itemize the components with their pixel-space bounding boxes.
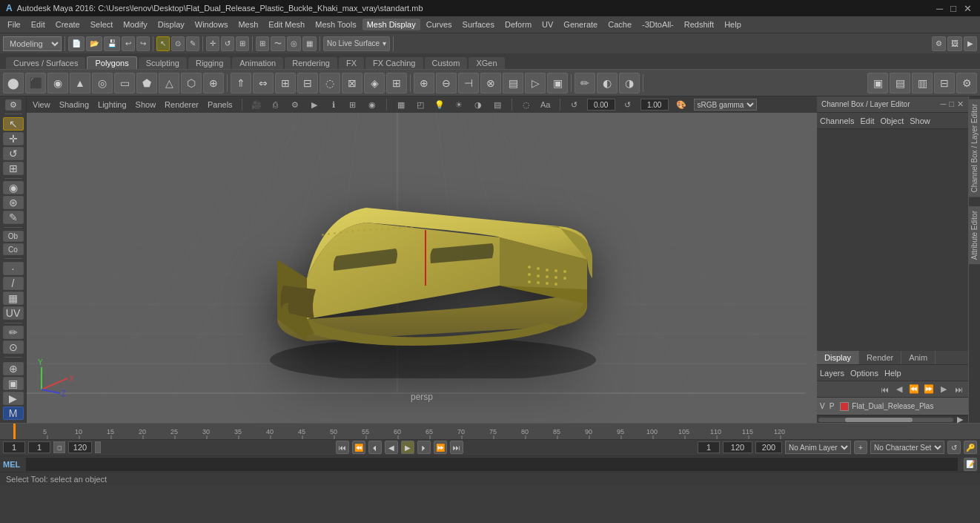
layer-scrollbar-thumb[interactable] — [845, 418, 913, 422]
menu-3dtall[interactable]: -3DtoAll- — [638, 19, 678, 30]
start-frame-input[interactable] — [3, 441, 25, 453]
close-button[interactable]: ✕ — [961, 3, 974, 14]
play-forward-btn[interactable]: ▶ — [401, 441, 414, 454]
viewport-menu-renderer[interactable]: Renderer — [163, 100, 200, 109]
vp-icon-camera2[interactable]: ⎙ — [269, 98, 282, 111]
shelf-extrude-icon[interactable]: ⇑ — [231, 73, 251, 93]
render-view-btn[interactable]: 🖼 — [947, 36, 962, 51]
vertex-btn[interactable]: · — [3, 262, 24, 275]
display-tab-render[interactable]: Render — [859, 351, 901, 364]
menu-create[interactable]: Create — [51, 19, 85, 30]
vp-icon-hud[interactable]: ◰ — [414, 98, 427, 111]
lasso-btn[interactable]: ⊙ — [171, 36, 185, 51]
script-editor-btn[interactable]: 📝 — [964, 458, 977, 471]
shelf-triangulate-icon[interactable]: ▷ — [525, 73, 546, 93]
vp-gamma-select[interactable]: sRGB gamma — [694, 99, 757, 111]
shelf-soft-select-icon[interactable]: ◑ — [619, 73, 640, 93]
shelf-quadrangulate-icon[interactable]: ▣ — [547, 73, 568, 93]
auto-key-btn[interactable]: 🔑 — [964, 441, 977, 454]
restore-button[interactable]: □ — [948, 3, 959, 14]
edge-btn[interactable]: / — [3, 277, 24, 290]
play-back-btn[interactable]: ◀ — [385, 441, 398, 454]
shelf-cylinder-icon[interactable]: ◉ — [47, 73, 68, 93]
component-mode-btn[interactable]: Co — [3, 243, 24, 255]
ipr-btn[interactable]: ▶ — [964, 36, 977, 51]
layer-prev-btn[interactable]: ◀ — [893, 383, 906, 396]
scale-btn[interactable]: ⊞ — [236, 36, 249, 51]
channel-tab-edit[interactable]: Edit — [860, 116, 874, 125]
char-set-btn[interactable]: ↺ — [947, 441, 961, 454]
vp-icon-gamma-reset[interactable]: ↺ — [621, 98, 635, 111]
menu-file[interactable]: File — [3, 19, 25, 30]
channel-tab-object[interactable]: Object — [880, 116, 904, 125]
select-tool-btn[interactable]: ↖ — [3, 117, 24, 131]
layer-next-btn[interactable]: ▶ — [937, 383, 950, 396]
shelf-tab-rigging[interactable]: Rigging — [188, 57, 231, 69]
vp-icon-aa[interactable]: Aa — [539, 98, 552, 111]
title-controls[interactable]: ─ □ ✕ — [934, 3, 974, 14]
layer-forward-btn[interactable]: ⏩ — [922, 383, 936, 396]
range-end-slider[interactable] — [95, 441, 101, 453]
shelf-sculpt-icon[interactable]: ◐ — [597, 73, 618, 93]
viewport[interactable]: View Shading Lighting Show Renderer Pane… — [27, 96, 817, 423]
menu-mesh[interactable]: Mesh — [234, 19, 262, 30]
vtab-channel-box[interactable]: Channel Box / Layer Editor — [968, 99, 980, 197]
help-menu[interactable]: Help — [884, 369, 901, 378]
shelf-tab-fx-caching[interactable]: FX Caching — [365, 57, 423, 69]
vp-icon-light1[interactable]: 💡 — [433, 98, 446, 111]
channel-box-float-btn[interactable]: □ — [949, 99, 954, 109]
options-menu[interactable]: Options — [850, 369, 878, 378]
step-back-btn[interactable]: ⏪ — [352, 441, 365, 454]
shelf-uv-icon[interactable]: ▤ — [503, 73, 523, 93]
anim-layer-select[interactable]: No Anim Layer — [785, 441, 851, 454]
shelf-layout-4[interactable]: ⊟ — [934, 73, 955, 93]
layer-playback[interactable]: P — [830, 402, 835, 410]
last-tool-btn[interactable]: ⊛ — [3, 196, 24, 209]
snap-view-btn[interactable]: ⊕ — [3, 362, 24, 375]
shelf-layout-2[interactable]: ▤ — [890, 73, 910, 93]
shelf-layout-3[interactable]: ▥ — [912, 73, 933, 93]
vp-icon-smooth[interactable]: ◉ — [365, 98, 379, 111]
next-key-btn[interactable]: ⏵ — [417, 441, 431, 454]
shelf-tab-curves-surfaces[interactable]: Curves / Surfaces — [6, 57, 85, 69]
paint-sel-btn[interactable]: ✏ — [3, 326, 24, 339]
vtab-attribute-editor[interactable]: Attribute Editor — [968, 206, 980, 264]
char-set-select[interactable]: No Character Set — [870, 441, 944, 454]
layer-scrollbar[interactable]: ▶ — [817, 415, 968, 423]
shelf-smooth-icon[interactable]: ◌ — [320, 73, 340, 93]
shelf-plane-icon[interactable]: ▭ — [114, 73, 135, 93]
timeline-total-input[interactable] — [723, 441, 752, 453]
menu-windows[interactable]: Windows — [191, 19, 233, 30]
live-surface-dropdown[interactable]: No Live Surface ▾ — [323, 36, 390, 51]
layer-first-btn[interactable]: ⏮ — [878, 383, 891, 396]
menu-curves[interactable]: Curves — [422, 19, 457, 30]
minimize-button[interactable]: ─ — [934, 3, 945, 14]
shelf-torus-icon[interactable]: ◎ — [92, 73, 113, 93]
shelf-tab-fx[interactable]: FX — [339, 57, 364, 69]
channel-box-close-btn[interactable]: ✕ — [957, 99, 964, 109]
shelf-pipe-icon[interactable]: ⊕ — [203, 73, 224, 93]
shelf-tab-custom[interactable]: Custom — [425, 57, 468, 69]
animation-btn[interactable]: ▶ — [3, 392, 24, 405]
menu-deform[interactable]: Deform — [500, 19, 536, 30]
paint-btn[interactable]: ✎ — [186, 36, 199, 51]
menu-display[interactable]: Display — [153, 19, 189, 30]
vp-icon-wire[interactable]: ⊞ — [346, 98, 360, 111]
shelf-tab-xgen[interactable]: XGen — [469, 57, 504, 69]
shelf-tab-sculpting[interactable]: Sculpting — [139, 57, 187, 69]
rotate-tool-btn[interactable]: ↺ — [3, 147, 24, 160]
shelf-sphere-icon[interactable]: ⬤ — [3, 73, 24, 93]
snap-point-btn[interactable]: ◎ — [287, 36, 301, 51]
uvmap-btn[interactable]: UV — [3, 306, 24, 320]
menu-help[interactable]: Help — [720, 19, 746, 30]
open-scene-btn[interactable]: 📂 — [86, 36, 102, 51]
vp-icon-camera[interactable]: 🎥 — [250, 98, 263, 111]
timeline-range-end-input[interactable] — [755, 441, 782, 453]
shelf-bridge-icon[interactable]: ⇔ — [253, 73, 274, 93]
menu-surfaces[interactable]: Surfaces — [458, 19, 499, 30]
channel-tab-channels[interactable]: Channels — [820, 116, 854, 125]
shelf-bevel-icon[interactable]: ◈ — [364, 73, 385, 93]
object-mode-btn[interactable]: Ob — [3, 231, 24, 243]
current-frame-input[interactable] — [28, 441, 50, 453]
channel-tab-show[interactable]: Show — [910, 116, 930, 125]
